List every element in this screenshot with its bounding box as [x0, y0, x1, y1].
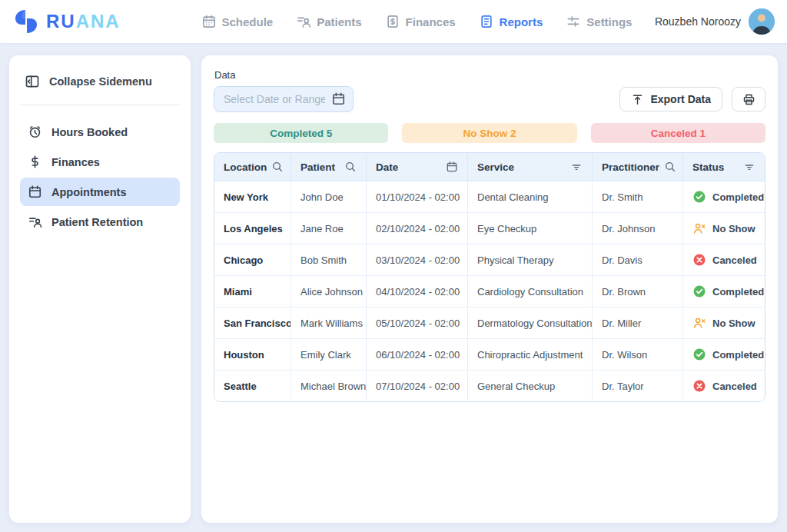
cell-practitioner: Dr. Wilson [593, 339, 683, 370]
cell-practitioner: Dr. Davis [593, 244, 683, 275]
nav-item-reports[interactable]: Reports [479, 14, 543, 29]
status-completed-icon [692, 190, 706, 204]
column-header-date[interactable]: Date [367, 153, 468, 181]
nav-item-schedule[interactable]: Schedule [201, 14, 274, 29]
search-icon[interactable] [664, 161, 676, 173]
cell-date: 01/10/2024 - 02:00 [367, 181, 468, 212]
calendar-icon [28, 185, 42, 199]
cell-status: Completed [683, 339, 765, 370]
cell-practitioner: Dr. Brown [593, 276, 683, 307]
cell-date: 06/10/2024 - 02:00 [367, 339, 468, 370]
nav-label: Reports [500, 15, 543, 28]
export-data-button[interactable]: Export Data [619, 87, 722, 111]
column-label: Location [224, 161, 267, 173]
sidebar-item-hours-booked[interactable]: Hours Booked [20, 118, 180, 146]
cell-practitioner: Dr. Taylor [593, 371, 683, 401]
patients-icon [296, 14, 311, 29]
sidebar-item-label: Patient Retention [51, 216, 143, 228]
cell-patient: Mark Williams [291, 308, 367, 338]
column-header-practitioner[interactable]: Practitioner [593, 153, 683, 181]
calendar-icon[interactable] [331, 91, 346, 106]
cell-location: Los Angeles [214, 213, 291, 244]
status-canceled-icon [692, 253, 706, 267]
user-menu[interactable]: Rouzbeh Noroozy [636, 8, 775, 35]
avatar [749, 8, 775, 35]
logo-wordmark: RUANA [46, 11, 121, 32]
cell-date: 04/10/2024 - 02:00 [367, 276, 468, 307]
sidebar-item-patient-retention[interactable]: Patient Retention [20, 208, 180, 236]
table-body: New YorkJohn Doe01/10/2024 - 02:00Dental… [214, 181, 765, 401]
cell-status: No Show [683, 308, 765, 338]
canceled-chip[interactable]: Canceled 1 [591, 123, 765, 143]
collapse-sidemenu-label: Collapse Sidemenu [49, 75, 152, 88]
calendar-icon[interactable] [446, 161, 458, 173]
cell-location: Houston [214, 339, 291, 370]
cell-practitioner: Dr. Johnson [593, 213, 683, 244]
cell-practitioner: Dr. Miller [593, 308, 683, 338]
column-header-patient[interactable]: Patient [291, 153, 367, 181]
column-label: Practitioner [602, 161, 659, 173]
table-row: New YorkJohn Doe01/10/2024 - 02:00Dental… [214, 181, 765, 213]
cell-status: Completed [683, 276, 765, 307]
nav-item-settings[interactable]: Settings [566, 14, 632, 29]
column-header-service[interactable]: Service [468, 153, 593, 181]
sidebar: Collapse Sidemenu Hours Booked Finances … [9, 55, 191, 523]
completed-chip[interactable]: Completed 5 [214, 123, 388, 143]
cell-service: Dental Cleaning [468, 181, 593, 212]
cell-location: New York [214, 181, 291, 212]
column-label: Date [376, 161, 398, 173]
column-header-location[interactable]: Location [214, 153, 291, 181]
cell-location: Miami [214, 276, 291, 307]
filter-icon[interactable] [743, 161, 755, 173]
clock-icon [28, 125, 42, 139]
status-completed-icon [692, 347, 706, 361]
avatar-image [749, 8, 775, 35]
sidebar-divider [20, 105, 180, 105]
column-label: Patient [301, 161, 335, 173]
patients-icon [28, 214, 42, 229]
cell-date: 05/10/2024 - 02:00 [367, 308, 468, 338]
sidebar-item-label: Hours Booked [51, 126, 128, 138]
date-range-picker [214, 86, 354, 112]
search-icon[interactable] [271, 161, 284, 173]
status-summary-row: Completed 5 No Show 2 Canceled 1 [214, 123, 765, 143]
table-header: Location Patient Date Service Practition… [214, 153, 765, 181]
cell-patient: Jane Roe [291, 213, 367, 244]
cell-location: San Francisco [214, 308, 291, 338]
cell-status: Completed [683, 181, 765, 212]
sidebar-item-finances[interactable]: Finances [20, 148, 180, 176]
appointments-table: Location Patient Date Service Practition… [214, 152, 765, 402]
sidebar-item-appointments[interactable]: Appointments [20, 178, 180, 206]
column-header-status[interactable]: Status [683, 153, 765, 181]
nav-item-patients[interactable]: Patients [296, 14, 361, 29]
logo[interactable]: RUANA [12, 8, 197, 35]
cell-location: Seattle [214, 371, 291, 401]
table-row: MiamiAlice Johnson04/10/2024 - 02:00Card… [214, 276, 765, 308]
nav-item-finances[interactable]: Finances [385, 14, 456, 29]
search-icon[interactable] [344, 161, 357, 173]
cell-service: General Checkup [468, 371, 593, 401]
upload-icon [631, 93, 644, 106]
cell-patient: John Doe [291, 181, 367, 212]
nav-label: Patients [317, 15, 361, 28]
cell-date: 03/10/2024 - 02:00 [367, 244, 468, 275]
no-show-chip[interactable]: No Show 2 [402, 123, 576, 143]
status-label: No Show [712, 223, 755, 234]
status-noshow-icon [692, 221, 706, 235]
topbar: RUANA Schedule Patients Finances Reports… [0, 0, 787, 43]
cell-patient: Alice Johnson [291, 276, 367, 307]
page-body: Collapse Sidemenu Hours Booked Finances … [0, 43, 787, 532]
finances-icon [385, 14, 400, 29]
table-row: ChicagoBob Smith03/10/2024 - 02:00Physic… [214, 244, 765, 276]
printer-icon [742, 93, 755, 106]
filter-icon[interactable] [570, 161, 583, 173]
column-label: Service [477, 161, 514, 173]
data-label: Data [214, 69, 765, 81]
nav-label: Settings [586, 15, 632, 28]
cell-location: Chicago [214, 244, 291, 275]
print-button[interactable] [732, 87, 765, 111]
status-label: Completed [712, 286, 764, 298]
collapse-sidemenu-button[interactable]: Collapse Sidemenu [20, 68, 180, 95]
cell-date: 07/10/2024 - 02:00 [367, 371, 468, 401]
cell-service: Dermatology Consultation [468, 308, 593, 338]
